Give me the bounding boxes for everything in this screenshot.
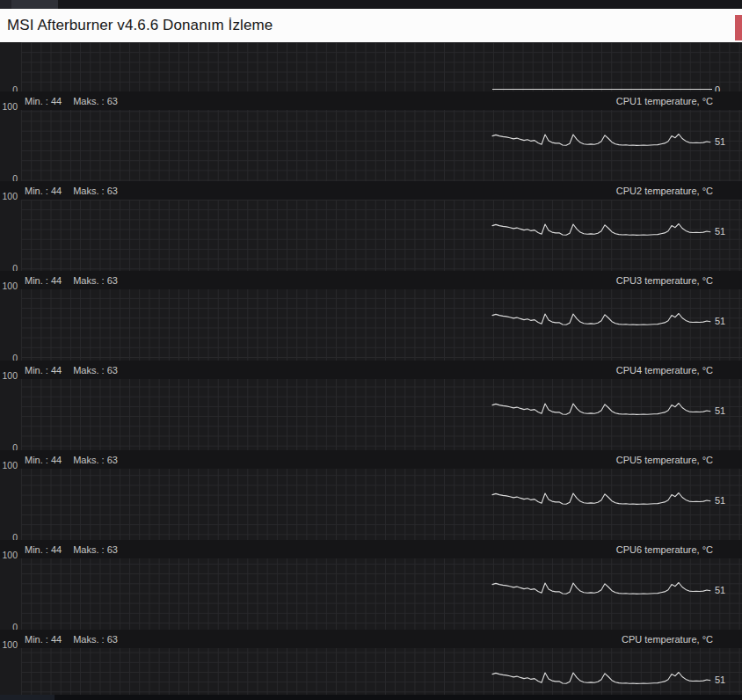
axis-max-label: 100: [0, 461, 18, 470]
temperature-curve: [0, 630, 742, 700]
top-edge-tab: [11, 0, 58, 9]
temperature-trace: [492, 314, 710, 325]
sensor-panel: Min. : 44 Maks. : 63 CPU2 temperature, °…: [0, 181, 742, 271]
window-title: MSI Afterburner v4.6.6 Donanım İzleme: [7, 17, 273, 34]
top-edge-segment: [0, 0, 11, 9]
temperature-trace: [492, 493, 710, 505]
axis-max-label: 100: [0, 551, 18, 560]
sensor-panel: Min. : 44 Maks. : 63 CPU6 temperature, °…: [0, 540, 742, 630]
top-edge-strip: [0, 0, 742, 9]
sensor-panel: Min. : 44 Maks. : 63 CPU1 temperature, °…: [0, 91, 742, 181]
axis-max-label: 100: [0, 281, 18, 291]
bottom-edge-strip: [0, 695, 742, 700]
temperature-curve: [0, 540, 742, 630]
current-value-label: 51: [715, 317, 725, 326]
monitor-area: 0 0 Min. : 44 Maks. : 63 CPU1 temperatur…: [0, 42, 742, 700]
current-value-label: 51: [715, 137, 725, 147]
title-bar[interactable]: MSI Afterburner v4.6.6 Donanım İzleme: [0, 9, 742, 42]
sensor-panel: Min. : 44 Maks. : 63 CPU5 temperature, °…: [0, 450, 742, 540]
temperature-curve: [0, 450, 742, 540]
temperature-trace: [492, 673, 710, 684]
axis-max-label: 100: [0, 371, 18, 381]
temperature-curve: [0, 271, 742, 361]
partial-top-graph: 0 0: [0, 42, 742, 91]
sensor-panel: Min. : 44 Maks. : 63 CPU4 temperature, °…: [0, 361, 742, 450]
current-value-label: 51: [715, 496, 725, 506]
temperature-trace: [492, 404, 710, 415]
current-value-label: 51: [715, 675, 725, 685]
sensor-panel: Min. : 44 Maks. : 63 CPU temperature, °C…: [0, 630, 742, 700]
temperature-curve: [0, 91, 742, 181]
bottom-edge-tab: [0, 695, 55, 700]
current-value-label: 51: [715, 227, 725, 237]
temperature-curve: [0, 361, 742, 450]
current-value-label: 51: [715, 406, 725, 416]
flat-zero-line: [492, 89, 712, 90]
temperature-trace: [492, 583, 710, 594]
sensor-panel: Min. : 44 Maks. : 63 CPU3 temperature, °…: [0, 271, 742, 361]
axis-max-label: 100: [0, 102, 18, 112]
afterburner-monitor-window: MSI Afterburner v4.6.6 Donanım İzleme 0 …: [0, 0, 742, 700]
axis-max-label: 100: [0, 192, 18, 201]
close-button[interactable]: [735, 15, 742, 40]
temperature-trace: [492, 224, 710, 236]
temperature-trace: [492, 135, 710, 146]
current-value-label: 51: [715, 586, 725, 595]
axis-max-label: 100: [0, 640, 18, 650]
temperature-curve: [0, 181, 742, 271]
